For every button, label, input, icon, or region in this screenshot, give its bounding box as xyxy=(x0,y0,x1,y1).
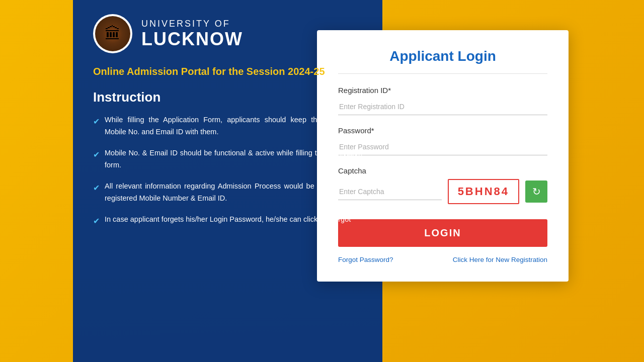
instruction-text-3: All relevant information regarding Admis… xyxy=(105,180,362,205)
password-group: Password* xyxy=(338,126,547,155)
captcha-group: Captcha 5BHN84 ↻ xyxy=(338,166,547,204)
new-registration-link[interactable]: Click Here for New Registration xyxy=(453,256,547,263)
refresh-icon: ↻ xyxy=(532,186,541,198)
password-label: Password* xyxy=(338,126,547,135)
bottom-links: Forgot Password? Click Here for New Regi… xyxy=(338,256,547,263)
instruction-text-2: Mobile No. & Email ID should be function… xyxy=(105,147,362,171)
list-item: ✔ All relevant information regarding Adm… xyxy=(93,180,362,205)
portal-title: Online Admission Portal for the Session … xyxy=(93,64,362,78)
university-logo: 🏛 xyxy=(93,14,132,53)
checkmark-icon: ✔ xyxy=(93,182,100,195)
list-item: ✔ While filling the Application Form, ap… xyxy=(93,114,362,138)
title-divider xyxy=(338,73,547,74)
login-title: Applicant Login xyxy=(338,48,547,64)
list-item: ✔ Mobile No. & Email ID should be functi… xyxy=(93,147,362,171)
forgot-password-link[interactable]: Forgot Password? xyxy=(338,256,393,263)
captcha-display: 5BHN84 xyxy=(448,179,519,204)
instruction-heading: Instruction xyxy=(93,89,362,105)
university-name-block: UNIVERSITY OF LUCKNOW xyxy=(141,19,243,49)
university-header: 🏛 UNIVERSITY OF LUCKNOW xyxy=(93,14,362,53)
login-button[interactable]: LOGIN xyxy=(338,219,547,247)
captcha-row: 5BHN84 ↻ xyxy=(338,179,547,204)
checkmark-icon: ✔ xyxy=(93,215,100,228)
registration-id-label: Registration ID* xyxy=(338,86,547,95)
checkmark-icon: ✔ xyxy=(93,115,100,128)
password-input[interactable] xyxy=(338,139,547,155)
registration-id-input[interactable] xyxy=(338,99,547,115)
instruction-text-4: In case applicant forgets his/her Login … xyxy=(105,214,351,226)
refresh-captcha-button[interactable]: ↻ xyxy=(525,180,547,203)
instruction-list: ✔ While filling the Application Form, ap… xyxy=(93,114,362,228)
checkmark-icon: ✔ xyxy=(93,148,100,161)
logo-emblem: 🏛 xyxy=(95,16,130,51)
list-item: ✔ In case applicant forgets his/her Logi… xyxy=(93,214,362,228)
registration-id-group: Registration ID* xyxy=(338,86,547,115)
captcha-label: Captcha xyxy=(338,166,547,175)
instruction-text-1: While filling the Application Form, appl… xyxy=(105,114,362,138)
university-name: LUCKNOW xyxy=(141,29,243,49)
university-of-label: UNIVERSITY OF xyxy=(141,19,243,29)
left-panel: 🏛 UNIVERSITY OF LUCKNOW Online Admission… xyxy=(73,0,382,362)
